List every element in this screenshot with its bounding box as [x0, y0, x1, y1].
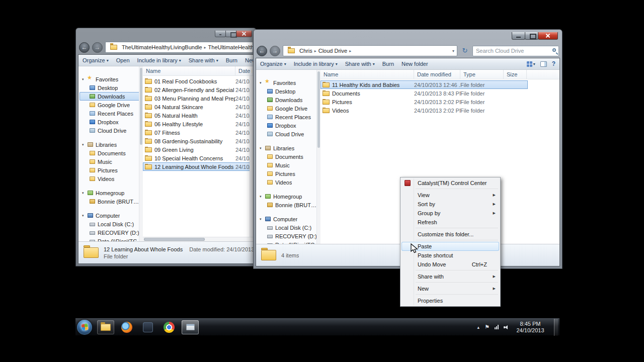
file-row[interactable]: 01 Real Food Cookbooks 24/10/2013 [143, 77, 252, 85]
file-row[interactable]: Documents 24/10/2013 8:43 PM File folder [320, 89, 528, 98]
sidebar-item[interactable]: ▾ Videos [257, 178, 319, 187]
maximize-button[interactable] [525, 32, 538, 40]
help-button[interactable]: ? [552, 60, 555, 67]
explorer-taskbar-icon[interactable] [97, 320, 114, 334]
sidebar-item[interactable]: ▾ Homegroup [257, 192, 319, 201]
show-desktop-button[interactable] [554, 319, 558, 336]
sidebar-item[interactable]: ▾ RECOVERY (D:) [257, 232, 319, 240]
maximize-button[interactable] [225, 31, 236, 37]
toolbar-button[interactable]: New folder ▾ [245, 57, 254, 63]
taskbar-clock[interactable]: 8:45 PM 24/10/2013 [514, 321, 547, 334]
expand-triangle-icon[interactable]: ▾ [82, 143, 88, 147]
file-row[interactable]: 06 Healthy Lifestyle 24/10/2013 [143, 120, 252, 128]
sidebar-item[interactable]: ▾ Recent Places [257, 113, 319, 121]
context-menu-item[interactable]: Catalyst(TM) Control Center ▶ [401, 178, 499, 188]
sidebar-item[interactable]: ▾ Data (\\Ricci(TC [257, 240, 319, 244]
context-menu-item[interactable]: New ▶ [401, 284, 499, 293]
sidebar-item[interactable]: ▾ Libraries [257, 144, 319, 152]
volume-icon[interactable] [504, 325, 509, 330]
minimize-button[interactable] [512, 32, 525, 40]
firefox-taskbar-icon[interactable] [118, 320, 135, 334]
context-menu-item[interactable]: Sort by ▶ [401, 200, 499, 209]
back-button[interactable]: ← [257, 46, 267, 56]
minimize-button[interactable] [215, 31, 226, 37]
sidebar-item[interactable]: ▾ Dropbox [257, 121, 319, 130]
sidebar-item[interactable]: ▾ Google Drive [79, 101, 142, 109]
sidebar-item[interactable]: ▾ Downloads [257, 96, 319, 104]
sidebar-item[interactable]: ▾ Music [79, 157, 142, 166]
sidebar-scrollbar[interactable] [139, 66, 143, 241]
expand-triangle-icon[interactable]: ▾ [260, 195, 265, 199]
sidebar-item[interactable]: ▾ Documents [79, 149, 142, 157]
start-button[interactable] [77, 320, 92, 335]
search-input[interactable] [472, 46, 559, 56]
column-header-size[interactable]: Size [504, 70, 527, 79]
toolbar-button[interactable]: New folder ▾ [401, 61, 428, 67]
sidebar-item[interactable]: ▾ Videos [79, 174, 142, 183]
sidebar-item[interactable]: ▾ Desktop [79, 83, 142, 92]
column-header-name[interactable]: Name [320, 70, 414, 79]
sidebar-item[interactable]: ▾ Bonnie (BRUTUS) [257, 201, 319, 209]
titlebar-front[interactable] [254, 30, 562, 44]
file-row[interactable]: 12 Learning About Whole Foods 24/10/2013 [143, 162, 252, 171]
expand-triangle-icon[interactable]: ▾ [82, 191, 88, 195]
column-header-name[interactable]: Name [143, 66, 235, 75]
hidden-icons-button[interactable]: ▴ [477, 325, 480, 330]
change-view-button[interactable]: ▾ [527, 61, 535, 67]
toolbar-button[interactable]: Share with ▾ [345, 61, 375, 67]
file-row[interactable]: 09 Green Living 24/10/2013 [143, 145, 252, 154]
back-button[interactable]: ← [79, 42, 90, 53]
dark-app-taskbar-icon[interactable] [139, 320, 156, 334]
active-window-taskbar-icon[interactable] [182, 320, 199, 334]
sidebar-scrollbar[interactable] [316, 70, 320, 244]
sidebar-item[interactable]: ▾ Google Drive [257, 104, 319, 113]
sidebar-item[interactable]: ▾ Dropbox [79, 118, 142, 126]
sidebar-item[interactable]: ▾ Local Disk (C:) [257, 223, 319, 232]
action-center-icon[interactable]: ⚑ [485, 324, 490, 330]
breadcrumb-segment[interactable]: TheUltimateHealthyLivingBundle [208, 44, 253, 50]
file-row[interactable]: Pictures 24/10/2013 2:02 PM File folder [320, 98, 528, 106]
sidebar-item[interactable]: ▾ Computer [257, 215, 319, 223]
file-row[interactable]: Videos 24/10/2013 2:02 PM File folder [320, 106, 528, 115]
context-menu-item[interactable]: Properties ▶ [401, 296, 499, 305]
toolbar-button[interactable]: Include in library ▾ [137, 57, 181, 63]
network-icon[interactable] [495, 325, 499, 329]
toolbar-button[interactable]: Include in library ▾ [294, 61, 338, 67]
breadcrumb-segment[interactable]: TheUltimateHealthyLivingBundle [122, 44, 202, 50]
sidebar-item[interactable]: ▾ Pictures [257, 169, 319, 178]
context-menu-item[interactable]: Group by ▶ [401, 209, 499, 218]
file-row[interactable]: 08 Gardening-Sustainability 24/10/2013 [143, 137, 252, 145]
sidebar-item[interactable]: ▾ Cloud Drive [79, 126, 142, 135]
address-history-dropdown-icon[interactable]: ▾ [452, 49, 454, 53]
close-button[interactable] [236, 31, 252, 37]
column-header-type[interactable]: Type [460, 70, 504, 79]
titlebar-back[interactable] [76, 28, 256, 40]
context-menu-item[interactable]: Customize this folder... ▶ [401, 230, 499, 239]
sidebar-item[interactable]: ▾ Recent Places [79, 109, 142, 118]
sidebar-item[interactable]: ▾ Data (\\Ricci(TC [79, 237, 142, 241]
expand-triangle-icon[interactable]: ▾ [260, 146, 265, 150]
sidebar-item[interactable]: ▾ RECOVERY (D:) [79, 228, 142, 237]
close-button[interactable] [538, 32, 558, 40]
context-menu-item[interactable]: Undo Move Ctrl+Z ▶ [401, 260, 499, 269]
sidebar-item[interactable]: ▾ Downloads [79, 92, 142, 101]
sidebar-item[interactable]: ▾ Computer [79, 211, 142, 220]
toolbar-button[interactable]: Organize ▾ [83, 57, 109, 63]
context-menu-item[interactable]: View ▶ [401, 191, 499, 200]
sidebar-item[interactable]: ▾ Cloud Drive [257, 130, 319, 138]
file-row[interactable]: 07 Fitness 24/10/2013 [143, 128, 252, 137]
sidebar-item[interactable]: ▾ Libraries [79, 140, 142, 149]
context-menu-item[interactable]: Refresh ▶ [401, 218, 499, 227]
forward-button[interactable]: → [92, 42, 103, 53]
file-row[interactable]: 03 Menu Planning and Meal Prep 24/10/201… [143, 94, 252, 103]
toolbar-button[interactable]: Burn ▾ [382, 61, 394, 67]
toolbar-button[interactable]: Organize ▾ [260, 61, 286, 67]
expand-triangle-icon[interactable]: ▾ [260, 217, 265, 221]
breadcrumb-segment[interactable]: Cloud Drive [318, 48, 347, 54]
sidebar-item[interactable]: ▾ Pictures [79, 166, 142, 174]
sidebar-item[interactable]: ▾ Favorites [257, 78, 319, 87]
sidebar-item[interactable]: ▾ Desktop [257, 87, 319, 96]
sidebar-item[interactable]: ▾ Music [257, 161, 319, 169]
sidebar-item[interactable]: ▾ Homegroup [79, 189, 142, 197]
column-header-date[interactable]: Date modified [414, 70, 460, 79]
